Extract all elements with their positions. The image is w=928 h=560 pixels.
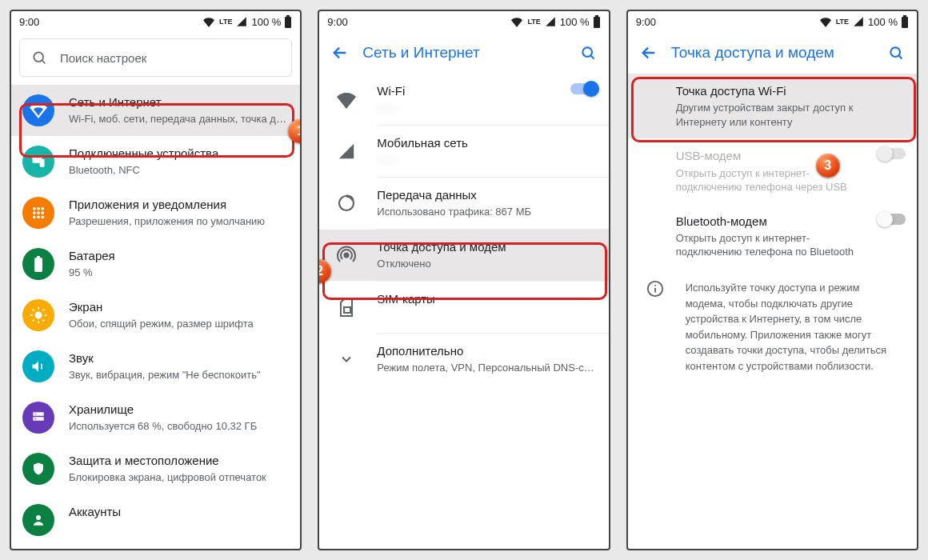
search-icon — [888, 45, 904, 61]
item-title: Мобильная сеть — [377, 135, 597, 151]
svg-rect-31 — [594, 17, 600, 28]
svg-point-9 — [33, 211, 36, 214]
usb-toggle — [878, 148, 906, 159]
svg-line-22 — [33, 310, 34, 311]
item-sub: Другим устройствам закрыт доступ к Интер… — [676, 101, 906, 129]
network-list: Wi-Fi —— Мобильная сеть —— Передача данн… — [319, 74, 608, 549]
item-title: Аккаунты — [69, 504, 289, 520]
item-data-usage[interactable]: Передача данных Использовано трафика: 86… — [319, 178, 608, 229]
item-sound[interactable]: Звук Звук, вибрация, режим "Не беспокоит… — [11, 341, 300, 392]
item-title: Передача данных — [377, 187, 597, 203]
item-security[interactable]: Защита и местоположение Блокировка экран… — [11, 443, 300, 494]
item-sim[interactable]: SIM-карты — [319, 282, 608, 333]
accounts-icon — [22, 504, 54, 536]
item-mobile[interactable]: Мобильная сеть —— — [319, 126, 608, 177]
bt-toggle[interactable] — [878, 214, 906, 225]
battery-icon — [284, 15, 292, 28]
svg-point-30 — [36, 515, 41, 520]
status-icons: LTE 100 % — [818, 15, 909, 28]
status-icons: LTE 100 % — [510, 15, 600, 28]
security-icon — [22, 453, 54, 485]
storage-icon — [22, 402, 54, 434]
item-sub: —— — [377, 153, 597, 167]
battery-label: 100 % — [251, 16, 281, 28]
sound-icon — [22, 350, 54, 382]
svg-rect-5 — [40, 159, 45, 167]
item-sub: Открыть доступ к интернет-подключению те… — [676, 166, 864, 194]
wifi-toggle[interactable] — [570, 83, 598, 94]
item-wifi[interactable]: Wi-Fi —— — [319, 74, 608, 125]
wifi-icon — [330, 83, 362, 115]
svg-point-14 — [41, 215, 44, 218]
svg-rect-16 — [37, 256, 40, 258]
item-sub: Отключено — [377, 257, 597, 271]
phone-hotspot-settings: 9:00 LTE 100 % Точка доступа и модем Точ… — [626, 10, 918, 550]
item-bt-tether[interactable]: Bluetooth-модем Открыть доступ к интерне… — [628, 204, 917, 269]
info-text: Используйте точку доступа и режим модема… — [686, 280, 902, 374]
item-network[interactable]: Сеть и Интернет Wi-Fi, моб. сети, переда… — [11, 85, 300, 136]
svg-line-3 — [42, 61, 46, 64]
svg-point-6 — [33, 207, 36, 210]
back-button[interactable] — [633, 37, 665, 69]
status-icons: LTE 100 % — [202, 15, 292, 28]
signal-icon — [544, 16, 557, 27]
svg-point-28 — [35, 414, 37, 415]
search-bar[interactable]: Поиск настроек — [19, 38, 292, 77]
svg-point-37 — [345, 254, 349, 258]
search-button[interactable] — [880, 37, 912, 69]
status-bar: 9:00 LTE 100 % — [628, 11, 917, 32]
item-title: Подключенные устройства — [69, 146, 289, 162]
svg-point-8 — [41, 207, 44, 210]
item-title: USB-модем — [676, 148, 864, 164]
svg-point-12 — [33, 215, 36, 218]
page-title: Точка доступа и модем — [668, 44, 877, 62]
item-storage[interactable]: Хранилище Используется 68 %, свободно 10… — [11, 392, 300, 443]
item-sub: Используется 68 %, свободно 10,32 ГБ — [69, 419, 289, 434]
item-title: Сеть и Интернет — [69, 94, 289, 110]
svg-point-7 — [37, 207, 40, 210]
svg-rect-40 — [903, 15, 906, 17]
item-title: Bluetooth-модем — [676, 214, 864, 230]
svg-rect-15 — [34, 258, 42, 272]
search-button[interactable] — [572, 37, 604, 69]
item-title: Точка доступа Wi-Fi — [676, 83, 906, 99]
chevron-down-icon — [330, 343, 362, 375]
item-connected-devices[interactable]: Подключенные устройства Bluetooth, NFC — [11, 136, 300, 187]
display-icon — [22, 299, 54, 331]
item-display[interactable]: Экран Обои, спящий режим, размер шрифта — [11, 290, 300, 341]
signal-icon — [235, 16, 248, 27]
svg-point-13 — [37, 215, 40, 218]
item-title: Хранилище — [69, 402, 289, 418]
svg-point-2 — [34, 52, 43, 62]
phone-settings-main: 9:00 LTE 100 % Поиск настроек Сеть и Инт… — [10, 10, 302, 550]
item-sub: Звук, вибрация, режим "Не беспокоить" — [69, 368, 289, 382]
item-title: Защита и местоположение — [69, 453, 289, 469]
item-accounts[interactable]: Аккаунты — [11, 494, 300, 536]
search-icon — [31, 50, 47, 66]
item-title: Точка доступа и модем — [377, 239, 597, 255]
svg-line-24 — [33, 320, 34, 322]
svg-rect-32 — [595, 15, 598, 17]
item-sub: Блокировка экрана, цифровой отпечаток — [69, 470, 289, 485]
svg-rect-1 — [286, 15, 290, 17]
item-sub: Открыть доступ к интернет-подключению те… — [676, 231, 864, 259]
svg-rect-0 — [285, 17, 291, 28]
back-button[interactable] — [324, 37, 356, 69]
svg-point-17 — [34, 311, 42, 318]
svg-point-42 — [890, 47, 900, 57]
svg-point-34 — [582, 47, 592, 57]
item-sub: Разрешения, приложения по умолчанию — [69, 214, 289, 229]
item-advanced[interactable]: Дополнительно Режим полета, VPN, Персона… — [319, 334, 608, 385]
item-hotspot[interactable]: Точка доступа и модем Отключено — [319, 230, 608, 281]
network-icon — [22, 94, 54, 126]
item-title: SIM-карты — [377, 291, 597, 307]
item-title: Wi-Fi — [377, 83, 555, 99]
item-wifi-hotspot[interactable]: Точка доступа Wi-Fi Другим устройствам з… — [628, 74, 917, 138]
item-battery[interactable]: Батарея 95 % — [11, 238, 300, 290]
item-apps[interactable]: Приложения и уведомления Разрешения, при… — [11, 187, 300, 238]
status-time: 9:00 — [636, 16, 656, 28]
sim-icon — [330, 291, 362, 323]
apps-icon — [22, 197, 54, 229]
status-bar: 9:00 LTE 100 % — [11, 11, 300, 32]
header: Сеть и Интернет — [319, 32, 608, 74]
